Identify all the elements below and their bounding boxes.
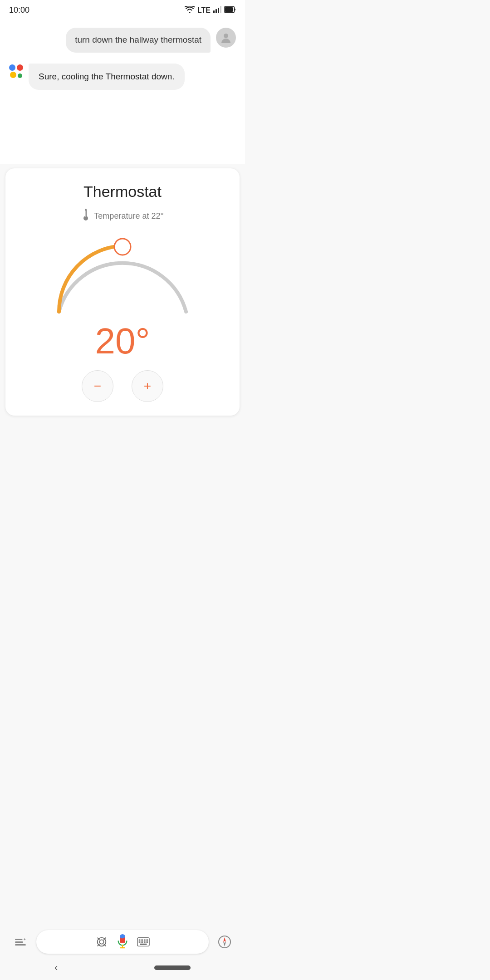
dot-blue bbox=[9, 64, 15, 71]
dot-yellow bbox=[10, 72, 16, 78]
user-message-row: turn down the hallway thermostat bbox=[9, 28, 236, 53]
thermostat-dial[interactable] bbox=[45, 228, 200, 328]
thermostat-title: Thermostat bbox=[15, 183, 230, 201]
google-assistant-dots bbox=[9, 64, 23, 78]
assistant-bubble: Sure, cooling the Thermostat down. bbox=[29, 64, 185, 90]
temp-label-text: Temperature at 22° bbox=[94, 211, 163, 221]
thermostat-controls: − + bbox=[15, 370, 230, 402]
svg-rect-2 bbox=[218, 8, 219, 13]
svg-point-6 bbox=[224, 34, 228, 38]
user-bubble: turn down the hallway thermostat bbox=[66, 28, 211, 53]
battery-icon bbox=[224, 6, 236, 15]
svg-rect-0 bbox=[213, 10, 215, 13]
status-time: 10:00 bbox=[9, 5, 29, 15]
user-avatar bbox=[216, 28, 236, 48]
svg-rect-3 bbox=[220, 6, 221, 13]
status-bar: 10:00 LTE bbox=[0, 0, 245, 19]
decrease-temp-button[interactable]: − bbox=[82, 370, 113, 402]
lte-label: LTE bbox=[197, 6, 211, 15]
status-icons: LTE bbox=[185, 6, 236, 15]
svg-rect-1 bbox=[216, 9, 217, 13]
increase-temp-button[interactable]: + bbox=[132, 370, 163, 402]
svg-point-10 bbox=[114, 239, 131, 255]
dot-red bbox=[17, 64, 23, 71]
thermostat-card: Thermostat Temperature at 22° 20° − bbox=[5, 168, 240, 416]
temp-label-row: Temperature at 22° bbox=[15, 209, 230, 223]
wifi-icon bbox=[185, 6, 195, 15]
svg-rect-5 bbox=[225, 7, 233, 12]
svg-rect-9 bbox=[85, 211, 86, 217]
signal-icon bbox=[213, 6, 221, 15]
thermometer-icon bbox=[81, 209, 90, 223]
assistant-message-row: Sure, cooling the Thermostat down. bbox=[9, 64, 236, 90]
temp-value: 20° bbox=[15, 323, 230, 359]
dot-green bbox=[18, 74, 22, 78]
chat-area: turn down the hallway thermostat Sure, c… bbox=[0, 19, 245, 164]
